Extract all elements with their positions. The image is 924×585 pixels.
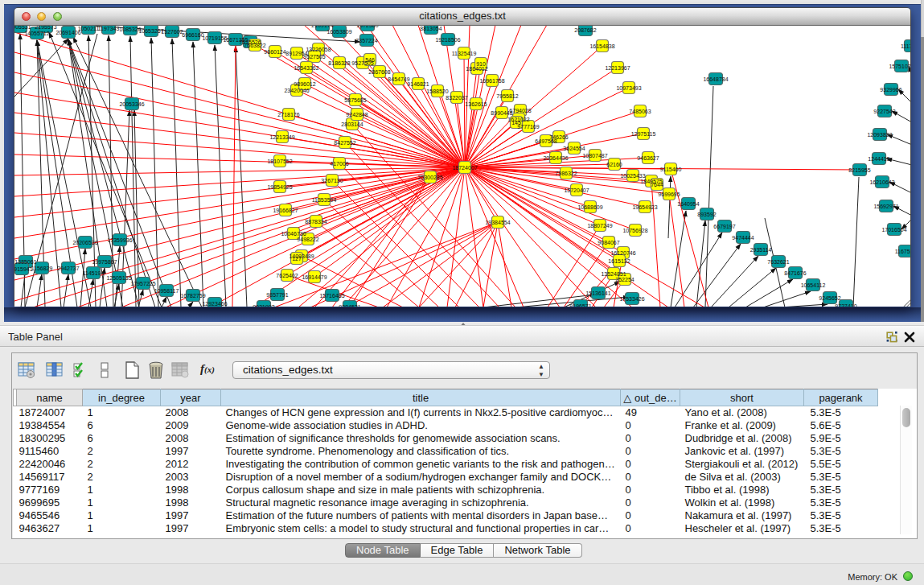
svg-text:16543362: 16543362	[294, 65, 318, 71]
svg-text:20206536: 20206536	[72, 240, 97, 245]
svg-text:8186328: 8186328	[328, 60, 350, 66]
svg-text:1244415: 1244415	[868, 156, 889, 162]
svg-text:7663822: 7663822	[244, 43, 265, 48]
svg-text:12975115: 12975115	[631, 131, 656, 137]
svg-text:10653267: 10653267	[138, 28, 163, 34]
svg-text:15692971: 15692971	[873, 204, 898, 209]
svg-text:10973493: 10973493	[616, 85, 641, 91]
svg-text:12923466: 12923466	[202, 301, 227, 307]
svg-text:12213967: 12213967	[605, 65, 630, 71]
svg-text:20053346: 20053346	[119, 101, 144, 107]
svg-text:9498222: 9498222	[297, 237, 318, 242]
svg-text:16120746: 16120746	[610, 250, 635, 256]
svg-text:1117343: 1117343	[901, 43, 910, 49]
svg-text:15751074: 15751074	[889, 64, 910, 69]
svg-text:3267130: 3267130	[321, 178, 343, 183]
svg-text:10807487: 10807487	[582, 153, 607, 159]
svg-text:19166827: 19166827	[273, 208, 298, 213]
svg-text:18807249: 18807249	[587, 223, 612, 229]
svg-text:17957225: 17957225	[130, 281, 155, 286]
svg-text:252254: 252254	[615, 277, 634, 282]
svg-text:127: 127	[292, 256, 302, 262]
svg-text:11325419: 11325419	[452, 51, 477, 56]
svg-text:9115460: 9115460	[660, 167, 682, 172]
svg-text:9660124: 9660124	[264, 49, 285, 55]
svg-text:6966160: 6966160	[182, 32, 203, 38]
svg-text:9699695: 9699695	[658, 192, 680, 197]
svg-text:10025433: 10025433	[620, 173, 645, 179]
svg-text:2867608: 2867608	[368, 69, 390, 75]
svg-text:2942737: 2942737	[57, 266, 79, 271]
svg-text:2087682: 2087682	[574, 27, 596, 33]
svg-text:7644: 7644	[651, 182, 663, 187]
svg-text:1588520: 1588520	[426, 89, 448, 94]
svg-text:23420046: 23420046	[284, 88, 309, 93]
svg-text:18724007: 18724007	[452, 165, 477, 171]
svg-text:8215955: 8215955	[848, 167, 870, 173]
svg-text:9896012: 9896012	[294, 81, 315, 87]
svg-text:14055712: 14055712	[24, 31, 49, 36]
svg-text:1527602: 1527602	[161, 29, 183, 35]
svg-text:10958117: 10958117	[154, 288, 179, 294]
svg-text:10688609: 10688609	[577, 204, 602, 210]
svg-text:9329966: 9329966	[880, 87, 901, 93]
svg-text:8813054: 8813054	[420, 26, 441, 31]
svg-text:1615132: 1615132	[608, 258, 630, 264]
svg-text:17016504: 17016504	[881, 227, 906, 233]
svg-text:13226058: 13226058	[306, 47, 331, 52]
svg-text:8427552: 8427552	[334, 140, 355, 146]
svg-text:9727410: 9727410	[835, 303, 856, 307]
svg-text:1362615: 1362615	[465, 101, 487, 107]
svg-text:12213349: 12213349	[269, 134, 294, 140]
svg-text:19654923: 19654923	[632, 204, 657, 210]
svg-text:15720407: 15720407	[564, 187, 589, 193]
svg-text:19384554: 19384554	[485, 220, 510, 225]
svg-text:7955812: 7955812	[496, 93, 518, 99]
svg-text:1156829: 1156829	[31, 266, 53, 271]
svg-text:3624554: 3624554	[563, 146, 585, 151]
svg-text:16648784: 16648784	[703, 76, 728, 82]
svg-text:15716485: 15716485	[319, 293, 344, 299]
svg-text:893592: 893592	[697, 212, 716, 217]
svg-text:6497568: 6497568	[535, 138, 556, 144]
svg-text:9527505: 9527505	[303, 54, 325, 60]
svg-text:7485063: 7485063	[629, 109, 651, 114]
svg-text:9227542: 9227542	[873, 109, 895, 114]
svg-text:16053809: 16053809	[326, 29, 351, 35]
svg-text:1167533: 1167533	[895, 249, 910, 254]
svg-text:9242848: 9242848	[346, 112, 368, 117]
svg-text:9463627: 9463627	[637, 155, 659, 161]
svg-text:1197343: 1197343	[98, 26, 120, 31]
svg-text:2803144: 2803144	[341, 122, 363, 127]
svg-text:12093822: 12093822	[867, 132, 892, 138]
svg-text:17359936: 17359936	[107, 237, 132, 243]
svg-text:1864012: 1864012	[466, 66, 487, 72]
svg-text:1905531: 1905531	[14, 26, 31, 30]
svg-text:7625402: 7625402	[276, 273, 298, 278]
svg-text:10046736: 10046736	[281, 231, 306, 237]
svg-text:3915941: 3915941	[14, 266, 33, 272]
svg-text:2109174: 2109174	[311, 26, 333, 28]
svg-text:9284521: 9284521	[339, 304, 360, 307]
svg-text:16154838: 16154838	[589, 43, 614, 49]
svg-text:16210643: 16210643	[869, 179, 894, 185]
svg-text:9245652: 9245652	[819, 295, 840, 301]
svg-text:1640954: 1640954	[677, 201, 699, 207]
svg-text:1145194: 1145194	[83, 270, 105, 276]
svg-text:9857791: 9857791	[266, 292, 288, 298]
svg-text:9196571: 9196571	[569, 303, 591, 307]
svg-text:9084067: 9084067	[598, 240, 619, 245]
svg-text:18107552: 18107552	[267, 159, 292, 164]
svg-text:1050211: 1050211	[78, 26, 100, 31]
svg-text:1385061: 1385061	[14, 259, 36, 265]
svg-text:7632621: 7632621	[767, 259, 789, 265]
svg-text:8878334: 8878334	[305, 219, 326, 225]
svg-text:13524851: 13524851	[601, 271, 626, 277]
svg-text:20364436: 20364436	[543, 155, 568, 161]
svg-text:6794028: 6794028	[509, 108, 531, 113]
svg-text:9777169: 9777169	[517, 124, 539, 130]
svg-text:9146821: 9146821	[407, 81, 429, 87]
svg-text:10654112: 10654112	[801, 282, 826, 288]
svg-text:910: 910	[476, 61, 486, 67]
svg-text:2195573: 2195573	[35, 26, 56, 30]
